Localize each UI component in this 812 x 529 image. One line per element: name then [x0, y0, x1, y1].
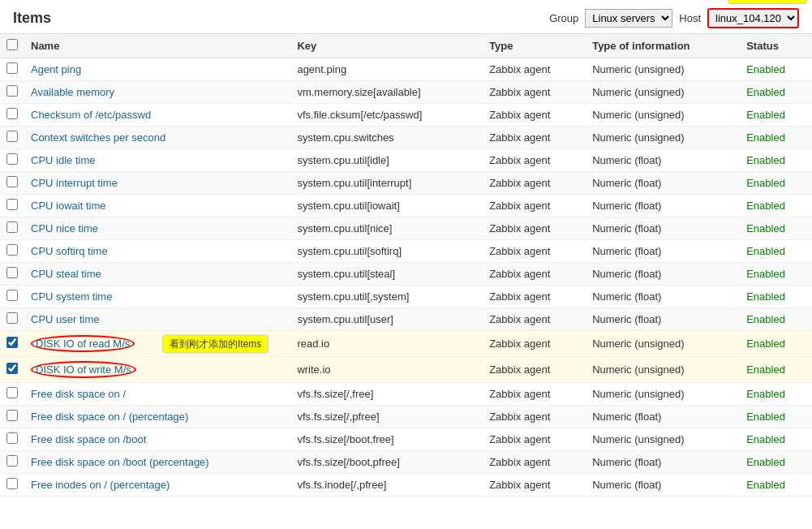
row-status-cell: Enabled: [740, 58, 812, 81]
table-row: CPU idle timesystem.cpu.util[idle]Zabbix…: [0, 149, 812, 172]
table-row: Free disk space on / (percentage)vfs.fs.…: [0, 406, 812, 428]
row-checkbox[interactable]: [6, 62, 18, 74]
row-type-info-cell: Numeric (unsigned): [586, 357, 740, 383]
row-name-cell: Free disk space on /boot (percentage): [24, 451, 290, 474]
status-badge: Enabled: [746, 268, 785, 280]
row-name-cell: CPU iowait time: [24, 195, 290, 217]
row-checkbox-cell: [0, 104, 24, 127]
group-label: Group: [549, 12, 578, 24]
row-checkbox[interactable]: [6, 108, 18, 119]
item-name-link[interactable]: CPU steal time: [31, 268, 101, 280]
status-badge: Enabled: [746, 411, 785, 423]
status-badge: Enabled: [746, 313, 785, 325]
item-name-link[interactable]: Free disk space on /boot (percentage): [31, 456, 209, 468]
row-key-cell: system.cpu.util[steal]: [290, 263, 483, 286]
item-name-link[interactable]: CPU interrupt time: [31, 177, 118, 189]
col-key: Key: [290, 34, 483, 58]
row-checkbox-cell: [0, 428, 24, 451]
row-checkbox[interactable]: [6, 363, 18, 374]
group-select[interactable]: Linux servers: [585, 9, 672, 28]
status-badge: Enabled: [746, 363, 785, 376]
row-checkbox[interactable]: [6, 221, 18, 233]
row-key-cell: vfs.fs.inode[/,pfree]: [290, 474, 483, 497]
row-checkbox-cell: [0, 331, 24, 357]
row-checkbox[interactable]: [6, 387, 18, 398]
item-name-link[interactable]: Free disk space on /: [31, 388, 126, 400]
status-badge: Enabled: [746, 63, 785, 75]
row-checkbox-cell: [0, 451, 24, 474]
host-select[interactable]: linux_104.120: [707, 8, 799, 28]
row-type-info-cell: Numeric (float): [586, 240, 740, 263]
item-name-link[interactable]: CPU user time: [31, 313, 100, 325]
row-status-cell: Enabled: [740, 263, 812, 286]
row-checkbox[interactable]: [6, 267, 18, 278]
item-name-link[interactable]: DISK IO of read M/s: [31, 338, 135, 350]
status-badge: Enabled: [746, 433, 785, 445]
col-type: Type: [483, 34, 586, 58]
row-key-cell: system.cpu.util[nice]: [290, 217, 483, 240]
row-type-info-cell: Numeric (unsigned): [586, 104, 740, 127]
row-type-cell: Zabbix agent: [483, 474, 586, 497]
status-badge: Enabled: [746, 154, 785, 166]
col-type-info: Type of information: [586, 34, 740, 58]
row-key-cell: system.cpu.util[user]: [290, 308, 483, 331]
items-table: Name Key Type Type of information Status…: [0, 34, 812, 497]
table-row: Context switches per secondsystem.cpu.sw…: [0, 127, 812, 149]
item-name-link[interactable]: CPU iowait time: [31, 200, 105, 212]
row-name-cell: Free disk space on /boot: [24, 428, 290, 451]
row-type-info-cell: Numeric (float): [586, 308, 740, 331]
item-name-link[interactable]: Agent ping: [31, 63, 81, 75]
row-checkbox[interactable]: [6, 312, 18, 324]
row-checkbox[interactable]: [6, 410, 18, 421]
table-row: CPU nice timesystem.cpu.util[nice]Zabbix…: [0, 217, 812, 240]
row-checkbox[interactable]: [6, 153, 18, 165]
row-checkbox[interactable]: [6, 432, 18, 444]
row-name-cell: DISK IO of read M/s看到刚才添加的Items: [24, 331, 290, 357]
table-row: DISK IO of write M/swrite.ioZabbix agent…: [0, 357, 812, 383]
row-type-info-cell: Numeric (float): [586, 286, 740, 308]
row-name-cell: Free inodes on / (percentage): [24, 474, 290, 497]
row-checkbox-cell: [0, 172, 24, 195]
row-checkbox[interactable]: [6, 176, 18, 187]
row-checkbox[interactable]: [6, 337, 18, 348]
row-checkbox-cell: [0, 474, 24, 497]
row-type-cell: Zabbix agent: [483, 428, 586, 451]
row-status-cell: Enabled: [740, 240, 812, 263]
status-badge: Enabled: [746, 290, 785, 303]
row-type-cell: Zabbix agent: [483, 406, 586, 428]
row-checkbox[interactable]: [6, 131, 18, 142]
item-name-link[interactable]: CPU idle time: [31, 154, 95, 166]
row-checkbox[interactable]: [6, 478, 18, 489]
item-name-link[interactable]: DISK IO of write M/s: [31, 363, 136, 376]
table-body: Agent pingagent.pingZabbix agentNumeric …: [0, 58, 812, 497]
row-annotation: 看到刚才添加的Items: [162, 334, 269, 353]
row-status-cell: Enabled: [740, 195, 812, 217]
item-name-link[interactable]: CPU softirq time: [31, 245, 108, 257]
item-name-link[interactable]: Free disk space on / (percentage): [31, 411, 188, 423]
row-checkbox[interactable]: [6, 199, 18, 210]
item-name-link[interactable]: Context switches per second: [31, 131, 165, 144]
status-badge: Enabled: [746, 177, 785, 189]
row-status-cell: Enabled: [740, 127, 812, 149]
row-checkbox-cell: [0, 240, 24, 263]
select-all-checkbox[interactable]: [6, 39, 18, 50]
item-name-link[interactable]: CPU system time: [31, 290, 112, 303]
row-key-cell: system.cpu.util[iowait]: [290, 195, 483, 217]
row-name-cell: Agent ping: [24, 58, 290, 81]
row-checkbox-cell: [0, 195, 24, 217]
row-checkbox[interactable]: [6, 244, 18, 256]
row-checkbox[interactable]: [6, 455, 18, 467]
row-key-cell: agent.ping: [290, 58, 483, 81]
row-type-info-cell: Numeric (unsigned): [586, 383, 740, 406]
item-name-link[interactable]: Free disk space on /boot: [31, 433, 146, 445]
item-name-link[interactable]: Checksum of /etc/passwd: [31, 109, 151, 121]
row-checkbox[interactable]: [6, 290, 18, 301]
item-name-link[interactable]: CPU nice time: [31, 222, 98, 234]
row-name-cell: CPU idle time: [24, 149, 290, 172]
item-name-link[interactable]: Available memory: [31, 86, 114, 98]
row-key-cell: system.cpu.util[softirq]: [290, 240, 483, 263]
row-checkbox[interactable]: [6, 85, 18, 97]
status-badge: Enabled: [746, 200, 785, 212]
item-name-link[interactable]: Free inodes on / (percentage): [31, 479, 170, 491]
status-badge: Enabled: [746, 456, 785, 468]
